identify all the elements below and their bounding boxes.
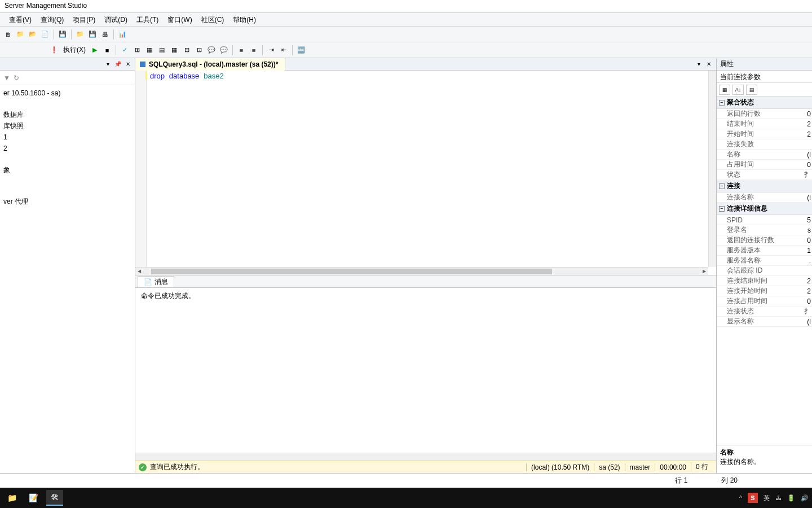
tab-close-icon[interactable]: ✕ bbox=[705, 60, 713, 68]
plan-icon[interactable]: ⊞ bbox=[131, 45, 143, 56]
prop-row[interactable]: 开始时间2 bbox=[717, 129, 812, 139]
prop-row[interactable]: 服务器版本1 bbox=[717, 246, 812, 256]
refresh-icon[interactable]: ↻ bbox=[14, 74, 19, 82]
save-all-icon[interactable]: 💾 bbox=[87, 29, 98, 40]
new-project-icon[interactable]: 📁 bbox=[15, 29, 26, 40]
system-tray[interactable]: ^ S 英 🖧 🔋 🔊 bbox=[739, 493, 809, 503]
folder-icon[interactable]: 📁 bbox=[74, 29, 86, 40]
menu-community[interactable]: 社区(C) bbox=[197, 13, 229, 26]
tab-dropdown-icon[interactable]: ▾ bbox=[695, 60, 703, 68]
collapse-icon[interactable]: − bbox=[719, 100, 725, 106]
tray-up-icon[interactable]: ^ bbox=[739, 494, 742, 501]
tree-connection[interactable]: er 10.50.1600 - sa) bbox=[3, 87, 131, 99]
prop-row[interactable]: 返回的连接行数0 bbox=[717, 235, 812, 246]
horizontal-scrollbar[interactable]: ◀ ▶ bbox=[135, 267, 708, 275]
battery-icon[interactable]: 🔋 bbox=[787, 494, 795, 502]
properties-grid[interactable]: −聚合状态返回的行数0结束时间2开始时间2连接失败名称(l占用时间0状态扌−连接… bbox=[717, 97, 812, 445]
prop-row[interactable]: 连接结束时间2 bbox=[717, 276, 812, 286]
notepad-icon[interactable]: 📝 bbox=[25, 490, 42, 506]
prop-row[interactable]: 结束时间2 bbox=[717, 119, 812, 129]
play-icon[interactable]: ▶ bbox=[89, 45, 100, 56]
open-file-icon[interactable]: 📄 bbox=[39, 29, 51, 40]
outdent-icon[interactable]: ≡ bbox=[248, 45, 259, 56]
dropdown-icon[interactable]: ▾ bbox=[103, 60, 112, 69]
messages-scrollbar[interactable] bbox=[135, 453, 716, 461]
messages-body[interactable]: 命令已成功完成。 bbox=[135, 288, 716, 453]
messages-tab[interactable]: 📄 消息 bbox=[138, 276, 174, 287]
tree-item[interactable]: 数据库 bbox=[3, 109, 131, 120]
document-tab[interactable]: SQLQuery3.sql - (local).master (sa (52))… bbox=[135, 58, 285, 71]
ime-lang[interactable]: 英 bbox=[764, 494, 770, 502]
prop-row[interactable]: 状态扌 bbox=[717, 170, 812, 180]
tree-item[interactable]: ver 代理 bbox=[3, 196, 131, 207]
uncomment-icon[interactable]: 💬 bbox=[218, 45, 230, 56]
prop-category[interactable]: −连接 bbox=[717, 180, 812, 192]
menu-help[interactable]: 帮助(H) bbox=[228, 13, 261, 26]
parse-icon[interactable]: ✓ bbox=[119, 45, 130, 56]
volume-icon[interactable]: 🔊 bbox=[801, 494, 809, 502]
prop-row[interactable]: 服务器名称. bbox=[717, 256, 812, 266]
execute-button[interactable]: 执行(X) bbox=[61, 45, 88, 55]
collapse-icon[interactable]: − bbox=[719, 183, 725, 189]
scroll-left-icon[interactable]: ◀ bbox=[135, 268, 143, 275]
alphabetical-icon[interactable]: A↓ bbox=[732, 85, 744, 95]
close-icon[interactable]: ✕ bbox=[123, 60, 133, 69]
filter-icon[interactable]: ▼ bbox=[3, 74, 10, 82]
menu-project[interactable]: 项目(P) bbox=[68, 13, 100, 26]
info-icon[interactable]: ❗ bbox=[48, 45, 60, 56]
editor-content[interactable]: drop database base2 bbox=[150, 72, 708, 267]
stop-icon[interactable]: ■ bbox=[102, 45, 113, 56]
ssms-icon[interactable]: 🛠 bbox=[46, 490, 63, 506]
prop-row[interactable]: 连接名称(l bbox=[717, 192, 812, 203]
prop-pages-icon[interactable]: ▤ bbox=[746, 85, 757, 95]
tree-view[interactable]: er 10.50.1600 - sa) 数据库 库快照 1 2 象 ver 代理 bbox=[0, 85, 135, 473]
grid-icon[interactable]: ▦ bbox=[144, 45, 155, 56]
cols-icon[interactable]: ⊟ bbox=[181, 45, 192, 56]
tree-item[interactable]: 1 bbox=[3, 132, 131, 143]
menu-query[interactable]: 查询(Q) bbox=[36, 13, 68, 26]
tree-item[interactable]: 2 bbox=[3, 143, 131, 154]
open-icon[interactable]: 📂 bbox=[27, 29, 38, 40]
inc-indent-icon[interactable]: ⇥ bbox=[266, 45, 277, 56]
results-icon[interactable]: ⊡ bbox=[193, 45, 205, 56]
prop-row[interactable]: 名称(l bbox=[717, 150, 812, 160]
specify-icon[interactable]: 🔤 bbox=[295, 45, 307, 56]
comment-icon[interactable]: 💬 bbox=[206, 45, 217, 56]
tree-item[interactable]: 象 bbox=[3, 164, 131, 176]
scroll-right-icon[interactable]: ▶ bbox=[700, 268, 708, 275]
dec-indent-icon[interactable]: ⇤ bbox=[278, 45, 289, 56]
vertical-scrollbar[interactable] bbox=[708, 71, 716, 267]
prop-row[interactable]: 占用时间0 bbox=[717, 160, 812, 170]
menu-debug[interactable]: 调试(D) bbox=[100, 13, 132, 26]
ime-icon[interactable]: S bbox=[748, 493, 758, 503]
collapse-icon[interactable]: − bbox=[719, 206, 725, 212]
prop-row[interactable]: SPID5 bbox=[717, 215, 812, 225]
prop-row[interactable]: 连接状态扌 bbox=[717, 306, 812, 317]
print-icon[interactable]: 🖶 bbox=[99, 29, 111, 40]
sql-editor[interactable]: drop database base2 ◀ ▶ bbox=[135, 71, 716, 275]
pin-icon[interactable]: 📌 bbox=[113, 60, 122, 69]
prop-row[interactable]: 连接开始时间2 bbox=[717, 286, 812, 296]
menu-window[interactable]: 窗口(W) bbox=[163, 13, 196, 26]
new-query-icon[interactable]: 🗎 bbox=[2, 29, 14, 40]
options-icon[interactable]: ▦ bbox=[169, 45, 180, 56]
prop-row[interactable]: 会话跟踪 ID bbox=[717, 266, 812, 276]
save-icon[interactable]: 💾 bbox=[57, 29, 68, 40]
prop-row[interactable]: 显示名称(l bbox=[717, 317, 812, 327]
taskbar[interactable]: 📁 📝 🛠 ^ S 英 🖧 🔋 🔊 bbox=[0, 488, 812, 508]
prop-category[interactable]: −连接详细信息 bbox=[717, 203, 812, 215]
indent-icon[interactable]: ≡ bbox=[236, 45, 247, 56]
prop-row[interactable]: 返回的行数0 bbox=[717, 109, 812, 119]
explorer-icon[interactable]: 📁 bbox=[3, 490, 20, 506]
scroll-thumb[interactable] bbox=[151, 269, 552, 274]
network-icon[interactable]: 🖧 bbox=[775, 494, 782, 501]
prop-row[interactable]: 连接失败 bbox=[717, 139, 812, 150]
prop-row[interactable]: 连接占用时间0 bbox=[717, 296, 812, 306]
tree-item[interactable]: 库快照 bbox=[3, 120, 131, 132]
menu-tools[interactable]: 工具(T) bbox=[132, 13, 163, 26]
text-icon[interactable]: ▤ bbox=[156, 45, 167, 56]
activity-icon[interactable]: 📊 bbox=[117, 29, 128, 40]
menu-view[interactable]: 查看(V) bbox=[5, 13, 36, 26]
categorized-icon[interactable]: ▦ bbox=[719, 85, 730, 95]
prop-category[interactable]: −聚合状态 bbox=[717, 97, 812, 109]
